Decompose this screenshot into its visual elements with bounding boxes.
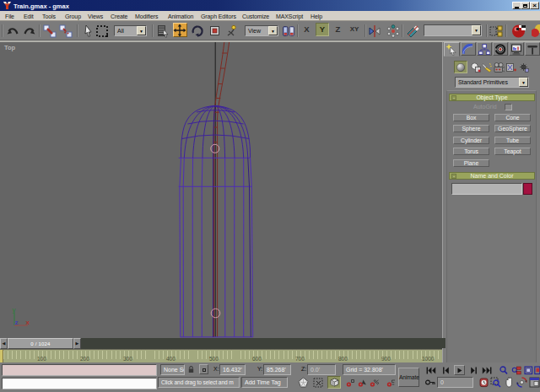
svg-text:x: x xyxy=(26,319,30,326)
svg-text:y: y xyxy=(13,305,16,313)
svg-text:z: z xyxy=(15,319,19,326)
